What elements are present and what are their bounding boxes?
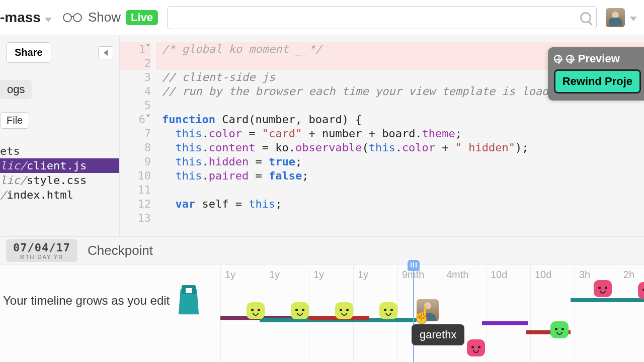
- code-line[interactable]: this.hidden = true;: [162, 155, 644, 169]
- project-dropdown[interactable]: -mass: [0, 10, 52, 26]
- playhead-line: [413, 270, 414, 362]
- timeline-tick-label: 2h: [623, 269, 634, 281]
- timeline-hint-text: Your timeline grows as you edit: [3, 294, 170, 308]
- timeline-tick-label: 1y: [358, 269, 368, 281]
- sidebar: Share ogs File ets lic/client.jslic/styl…: [0, 35, 120, 236]
- chevron-down-icon: [630, 11, 637, 24]
- timeline-hint: Your timeline grows as you edit: [3, 288, 214, 313]
- avatar: [606, 8, 625, 27]
- timeline[interactable]: Your timeline grows as you edit 1y1y1y1y…: [0, 264, 644, 362]
- code-line[interactable]: [162, 211, 644, 225]
- timeline-tick-label: 10d: [535, 269, 551, 281]
- project-name: -mass: [0, 10, 41, 26]
- timeline-marker[interactable]: [247, 302, 265, 319]
- timeline-tick-label: 4mth: [446, 269, 468, 281]
- file-item[interactable]: lic/style.css: [0, 173, 119, 188]
- timeline-tick-label: 3h: [579, 269, 590, 281]
- timeline-marker[interactable]: [379, 302, 397, 319]
- preview-panel: Preview Rewind Proje: [548, 47, 644, 101]
- date-value: 07/04/17: [13, 241, 70, 254]
- code-line[interactable]: [162, 99, 644, 113]
- timeline-marker[interactable]: [594, 280, 612, 297]
- code-line[interactable]: this.color = "card" + number + board.the…: [162, 127, 644, 141]
- chevron-left-icon: [104, 50, 108, 56]
- line-number: 3: [120, 70, 151, 84]
- glasses-icon: [61, 13, 83, 22]
- move-icon[interactable]: [566, 55, 574, 63]
- timeline-column[interactable]: 2h: [619, 265, 644, 362]
- live-badge: Live: [126, 10, 158, 25]
- preview-header: Preview: [554, 52, 641, 65]
- timeline-column[interactable]: 10d: [486, 265, 530, 362]
- timeline-column[interactable]: 10d: [530, 265, 575, 362]
- timeline-marker[interactable]: [335, 302, 353, 319]
- code-line[interactable]: function Card(number, board) {: [162, 113, 644, 127]
- rewind-project-button[interactable]: Rewind Proje: [554, 69, 641, 94]
- preview-title: Preview: [578, 52, 620, 65]
- playhead-handle[interactable]: [408, 260, 420, 271]
- folder[interactable]: ets: [0, 144, 119, 158]
- line-number: 11: [120, 183, 151, 197]
- timeline-header: 07/04/17 MTH DAY YR Checkpoint: [0, 236, 644, 264]
- line-number: 4: [120, 84, 151, 99]
- move-icon[interactable]: [554, 55, 562, 63]
- line-number: 6˅: [120, 113, 151, 127]
- timeline-marker[interactable]: [638, 282, 644, 299]
- file-item[interactable]: lic/client.js: [0, 158, 119, 173]
- new-file-button[interactable]: File: [0, 112, 29, 129]
- timeline-marker[interactable]: [291, 302, 309, 319]
- search-input[interactable]: [167, 6, 597, 29]
- date-format: MTH DAY YR: [13, 254, 70, 260]
- code-line[interactable]: var self = this;: [162, 197, 644, 211]
- timeline-user-avatar[interactable]: [417, 299, 439, 321]
- line-number: 8: [120, 141, 151, 155]
- line-number: 1˅: [120, 42, 151, 56]
- timeline-tick-label: 1y: [225, 269, 235, 281]
- user-tooltip: garethx: [412, 324, 464, 345]
- timeline-track[interactable]: [482, 321, 528, 325]
- timeline-grid[interactable]: 1y1y1y1y9mth4mth10d10d3h2h☝garethx: [220, 265, 644, 362]
- account-menu[interactable]: [606, 8, 637, 27]
- logs-pill[interactable]: ogs: [0, 80, 32, 99]
- flag-icon: [178, 288, 200, 313]
- timeline-tick-label: 1y: [313, 269, 324, 281]
- file-tree: ets lic/client.jslic/style.css/index.htm…: [0, 144, 119, 202]
- timeline-track[interactable]: [571, 298, 644, 302]
- line-number: 10: [120, 169, 151, 183]
- share-button[interactable]: Share: [6, 42, 51, 63]
- show-label: Show: [88, 10, 121, 25]
- code-line[interactable]: [162, 183, 644, 197]
- file-item[interactable]: /index.html: [0, 188, 119, 202]
- line-number: 13: [120, 211, 151, 225]
- timeline-date[interactable]: 07/04/17 MTH DAY YR: [6, 239, 77, 262]
- collapse-sidebar-button[interactable]: [98, 46, 113, 59]
- line-number: 9: [120, 155, 151, 169]
- line-number: 7: [120, 127, 151, 141]
- chevron-down-icon: [45, 10, 52, 26]
- code-line[interactable]: this.content = ko.observable(this.color …: [162, 141, 644, 155]
- search-icon: [580, 12, 591, 23]
- timeline-marker[interactable]: [550, 321, 569, 338]
- timeline-tick-label: 1y: [269, 269, 280, 281]
- line-gutter: 1˅2 3 4 5 6˅7 8 9 10 11 12 13: [120, 35, 156, 236]
- code-line[interactable]: this.paired = false;: [162, 169, 644, 183]
- timeline-tick-label: 10d: [491, 269, 507, 281]
- checkpoint-label: Checkpoint: [88, 243, 153, 258]
- top-bar: -mass Show Live: [0, 0, 644, 35]
- timeline-marker[interactable]: [467, 339, 485, 356]
- line-number: 5: [120, 99, 151, 113]
- timeline-column[interactable]: 3h: [575, 265, 619, 362]
- show-toggle[interactable]: Show Live: [61, 10, 158, 25]
- line-number: 2: [120, 56, 151, 70]
- line-number: 12: [120, 197, 151, 211]
